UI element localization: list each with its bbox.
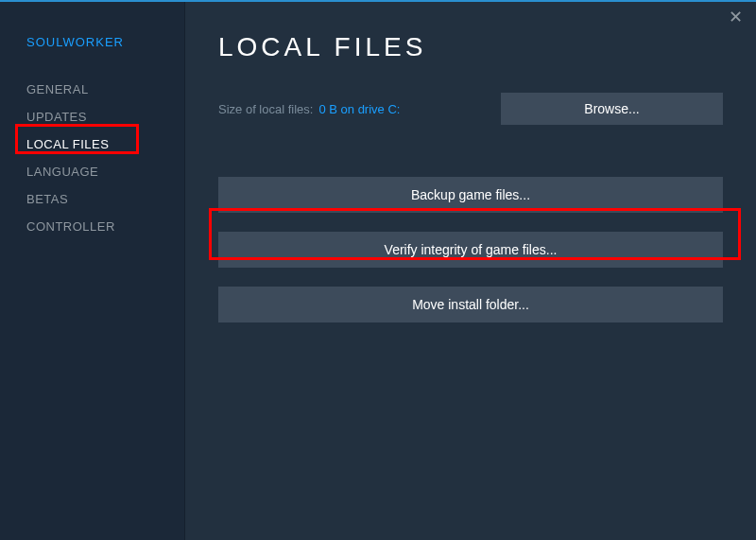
- main-panel: LOCAL FILES Size of local files: 0 B on …: [184, 2, 756, 540]
- sidebar-item-controller[interactable]: CONTROLLER: [26, 213, 184, 240]
- sidebar-item-language[interactable]: LANGUAGE: [26, 158, 184, 185]
- sidebar-item-betas[interactable]: BETAS: [26, 185, 184, 213]
- page-title: LOCAL FILES: [218, 32, 723, 62]
- window-body: SOULWORKER GENERAL UPDATES LOCAL FILES L…: [0, 0, 756, 540]
- backup-button[interactable]: Backup game files...: [218, 177, 723, 213]
- size-label: Size of local files:: [218, 102, 313, 116]
- sidebar-item-general[interactable]: GENERAL: [26, 76, 184, 103]
- close-icon[interactable]: ✕: [726, 8, 745, 26]
- verify-button[interactable]: Verify integrity of game files...: [218, 232, 723, 268]
- size-row: Size of local files: 0 B on drive C: Bro…: [218, 93, 723, 125]
- sidebar-item-local-files[interactable]: LOCAL FILES: [26, 131, 184, 158]
- sidebar-item-updates[interactable]: UPDATES: [26, 103, 184, 131]
- sidebar: SOULWORKER GENERAL UPDATES LOCAL FILES L…: [0, 2, 184, 540]
- browse-button[interactable]: Browse...: [501, 93, 723, 125]
- game-title: SOULWORKER: [26, 35, 184, 49]
- window-top-border: [0, 0, 756, 2]
- size-value: 0 B on drive C:: [318, 102, 400, 116]
- move-button[interactable]: Move install folder...: [218, 287, 723, 322]
